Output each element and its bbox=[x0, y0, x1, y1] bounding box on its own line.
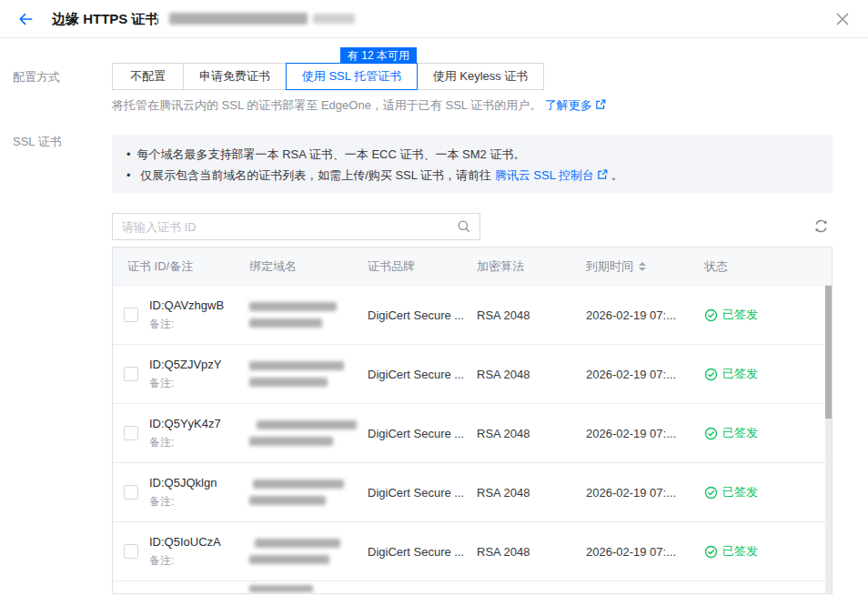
check-circle-icon bbox=[704, 308, 718, 322]
status-text: 已签发 bbox=[722, 425, 758, 441]
tab-no-config[interactable]: 不配置 bbox=[112, 63, 184, 90]
tab-ssl-hosted-cert[interactable]: 使用 SSL 托管证书 bbox=[286, 63, 418, 90]
redacted-domain bbox=[235, 522, 353, 581]
row-checkbox[interactable] bbox=[124, 544, 138, 559]
ssl-note-2-text: 仅展示包含当前域名的证书列表，如需上传/购买 SSL 证书，请前往 bbox=[140, 168, 495, 182]
row-checkbox[interactable] bbox=[124, 367, 138, 381]
cert-brand: DigiCert Secure ... bbox=[353, 522, 462, 581]
col-expire: 到期时间 bbox=[571, 247, 690, 285]
table-row: ID:QAVzhgwB 备注: DigiCert Secure ... RSA … bbox=[113, 286, 832, 345]
col-expire-label: 到期时间 bbox=[586, 258, 633, 275]
config-mode-label: 配置方式 bbox=[13, 69, 60, 86]
redacted-domain bbox=[235, 404, 353, 462]
cert-expire: 2026-02-19 07:... bbox=[571, 404, 690, 462]
table-row: ID:Q5IoUCzA 备注: DigiCert Secure ... RSA … bbox=[113, 522, 832, 581]
cert-expire: 2026-02-19 07:... bbox=[571, 463, 690, 521]
cert-expire: 2026-02-19 07:... bbox=[571, 522, 690, 581]
edge-https-cert-dialog: 边缘 HTTPS 证书 配置方式 SSL 证书 有 12 本可用 不配置 申请免… bbox=[0, 0, 868, 616]
cert-algorithm: RSA 2048 bbox=[462, 345, 571, 403]
cert-table: 证书 ID/备注 绑定域名 证书品牌 加密算法 到期时间 状态 ID:QAVzh… bbox=[112, 247, 833, 594]
redacted-domain bbox=[235, 286, 353, 344]
cert-id: ID:Q5IoUCzA bbox=[149, 535, 221, 550]
close-button[interactable] bbox=[834, 11, 851, 27]
status-text: 已签发 bbox=[722, 484, 758, 500]
cert-remark: 备注: bbox=[149, 377, 221, 390]
redacted-domain bbox=[235, 463, 353, 521]
refresh-button[interactable] bbox=[813, 218, 829, 234]
cert-expire: 2026-02-19 07:... bbox=[571, 345, 690, 403]
table-scrollbar-track[interactable] bbox=[825, 286, 832, 593]
ssl-note-2-suffix: 。 bbox=[611, 168, 623, 182]
external-link-icon bbox=[595, 99, 606, 110]
cert-id: ID:Q5YyK4z7 bbox=[149, 417, 221, 431]
back-button[interactable] bbox=[16, 11, 33, 27]
ssl-note-2: 仅展示包含当前域名的证书列表，如需上传/购买 SSL 证书，请前往 腾讯云 SS… bbox=[126, 165, 818, 186]
table-scrollbar-thumb[interactable] bbox=[825, 286, 832, 419]
cert-status: 已签发 bbox=[690, 345, 832, 403]
sort-icon[interactable] bbox=[639, 262, 646, 271]
ssl-console-link-text: 腾讯云 SSL 控制台 bbox=[495, 168, 594, 182]
status-text: 已签发 bbox=[722, 366, 758, 382]
cert-algorithm: RSA 2048 bbox=[462, 286, 571, 344]
check-circle-icon bbox=[704, 368, 718, 381]
row-checkbox[interactable] bbox=[124, 485, 138, 500]
redacted-domain bbox=[235, 581, 353, 592]
available-count-badge: 有 12 本可用 bbox=[340, 47, 417, 64]
ssl-cert-label: SSL 证书 bbox=[13, 134, 62, 150]
cert-status: 已签发 bbox=[690, 404, 832, 462]
learn-more-link[interactable]: 了解更多 bbox=[545, 98, 606, 112]
redacted-site-name bbox=[169, 13, 355, 25]
back-arrow-icon bbox=[16, 15, 33, 30]
cert-algorithm: RSA 2048 bbox=[462, 463, 571, 521]
check-circle-icon bbox=[704, 427, 718, 440]
refresh-icon bbox=[813, 221, 829, 237]
cert-remark: 备注: bbox=[149, 318, 224, 331]
cert-remark: 备注: bbox=[149, 554, 221, 568]
close-icon bbox=[834, 15, 851, 30]
config-description-text: 将托管在腾讯云内的 SSL 的证书部署至 EdgeOne，适用于已有 SSL 证… bbox=[112, 98, 541, 112]
cert-search bbox=[112, 213, 480, 240]
cert-brand: DigiCert Secure ... bbox=[353, 286, 462, 344]
table-row: ID:Q5JQklgn 备注: DigiCert Secure ... RSA … bbox=[113, 463, 832, 522]
ssl-console-link[interactable]: 腾讯云 SSL 控制台 bbox=[495, 168, 611, 182]
cert-remark: 备注: bbox=[149, 436, 221, 449]
dialog-header: 边缘 HTTPS 证书 bbox=[0, 0, 868, 38]
table-row: ID:Q5ZJVpzY 备注: DigiCert Secure ... RSA … bbox=[113, 345, 832, 404]
col-cert-id: 证书 ID/备注 bbox=[113, 247, 235, 285]
cert-expire: 2026-02-19 07:... bbox=[571, 286, 690, 344]
ssl-notes-box: 每个域名最多支持部署一本 RSA 证书、一本 ECC 证书、一本 SM2 证书。… bbox=[112, 135, 833, 193]
row-checkbox[interactable] bbox=[124, 426, 138, 440]
col-status: 状态 bbox=[690, 247, 832, 285]
check-circle-icon bbox=[704, 486, 718, 500]
table-row: ID:Q5YyK4z7 备注: DigiCert Secure ... RSA … bbox=[113, 404, 832, 463]
page-title: 边缘 HTTPS 证书 bbox=[52, 0, 159, 38]
cert-brand: DigiCert Secure ... bbox=[353, 404, 462, 462]
cert-id: ID:QAVzhgwB bbox=[149, 298, 224, 313]
cert-id: ID:Q5JQklgn bbox=[149, 476, 217, 490]
cert-status: 已签发 bbox=[690, 463, 832, 521]
col-bound-domain: 绑定域名 bbox=[235, 247, 353, 285]
cert-table-header: 证书 ID/备注 绑定域名 证书品牌 加密算法 到期时间 状态 bbox=[113, 247, 832, 286]
cert-status: 已签发 bbox=[690, 522, 832, 581]
cert-algorithm: RSA 2048 bbox=[462, 522, 571, 581]
learn-more-text: 了解更多 bbox=[545, 98, 592, 112]
cert-algorithm: RSA 2048 bbox=[462, 404, 571, 462]
cert-remark: 备注: bbox=[149, 495, 217, 509]
config-mode-tabs: 不配置 申请免费证书 使用 SSL 托管证书 使用 Keyless 证书 bbox=[112, 63, 544, 90]
tab-free-cert[interactable]: 申请免费证书 bbox=[183, 63, 287, 90]
search-icon[interactable] bbox=[457, 219, 471, 234]
row-checkbox[interactable] bbox=[124, 308, 138, 322]
check-circle-icon bbox=[704, 545, 718, 559]
ssl-note-1: 每个域名最多支持部署一本 RSA 证书、一本 ECC 证书、一本 SM2 证书。 bbox=[126, 144, 818, 165]
status-text: 已签发 bbox=[722, 307, 758, 323]
status-text: 已签发 bbox=[722, 543, 758, 560]
cert-status: 已签发 bbox=[690, 286, 832, 344]
redacted-domain bbox=[235, 345, 353, 403]
cert-search-input[interactable] bbox=[112, 213, 480, 240]
external-link-icon bbox=[597, 166, 608, 177]
cert-brand: DigiCert Secure ... bbox=[353, 463, 462, 521]
col-algorithm: 加密算法 bbox=[462, 247, 571, 285]
cert-id: ID:Q5ZJVpzY bbox=[149, 358, 221, 372]
tab-keyless-cert[interactable]: 使用 Keyless 证书 bbox=[417, 63, 544, 90]
col-brand: 证书品牌 bbox=[353, 247, 462, 285]
